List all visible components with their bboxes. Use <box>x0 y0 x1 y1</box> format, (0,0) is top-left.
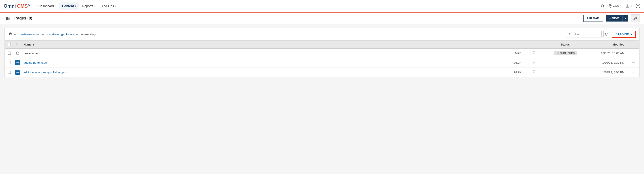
chevron-down-icon: ▾ <box>620 5 621 7</box>
status-icon-col <box>525 60 543 65</box>
row-actions[interactable]: ··· <box>628 51 639 55</box>
row-checkbox-col <box>5 71 14 74</box>
header-checkbox-col <box>5 43 14 46</box>
chevron-down-icon: ▾ <box>94 5 95 7</box>
tag-button[interactable] <box>604 31 610 38</box>
svg-text:?: ? <box>637 4 639 7</box>
status-icon-col <box>525 70 543 74</box>
new-dropdown-button[interactable]: ▾ <box>622 15 628 22</box>
new-button[interactable]: + NEW <box>606 15 622 22</box>
row-checkbox[interactable] <box>8 52 11 55</box>
svg-rect-7 <box>8 18 10 18</box>
row-checkbox-col <box>5 52 14 55</box>
select-all-checkbox[interactable] <box>8 43 11 46</box>
svg-point-0 <box>601 5 604 7</box>
status-badge-col: UNPUBLISHED <box>543 51 588 55</box>
breadcrumb-link-1[interactable]: _uw-team-testing <box>18 32 40 36</box>
nav-content[interactable]: Content ▾ <box>60 2 79 10</box>
header-name[interactable]: Name ▲ <box>22 43 507 46</box>
header-icon-col <box>14 43 22 46</box>
search-button[interactable] <box>600 4 604 8</box>
pcf-icon: PCF <box>15 60 20 65</box>
nav-reports[interactable]: Reports ▾ <box>80 2 98 10</box>
file-icon-col <box>14 51 22 55</box>
logo[interactable]: Omni CMSTM <box>4 3 30 9</box>
header-modified[interactable]: Modified <box>588 43 628 46</box>
svg-line-1 <box>604 7 604 8</box>
breadcrumb-bar: ▶ _uw-team-testing ▶ omni-training-tutor… <box>4 28 640 40</box>
filter-input-wrap <box>566 31 602 38</box>
filter-icon <box>568 32 571 36</box>
file-table: Name ▲ Status Modified _nav.ounav <box>4 40 640 77</box>
help-button[interactable]: ? <box>636 4 640 8</box>
light-bulb-icon <box>532 51 536 56</box>
breadcrumb-separator: ▶ <box>42 33 44 36</box>
nav-addons[interactable]: Add-Ons ▾ <box>99 2 118 10</box>
breadcrumb-separator: ▶ <box>76 33 78 36</box>
chevron-down-icon: ▾ <box>115 5 116 7</box>
top-navigation: Omni CMSTM Dashboard ▾ Content ▾ Reports… <box>0 0 644 12</box>
unpublished-badge: UNPUBLISHED <box>554 51 577 55</box>
light-bulb-icon <box>532 60 536 65</box>
row-checkbox[interactable] <box>8 71 11 74</box>
modified-col: 1/30/23, 10:06 AM <box>588 52 628 55</box>
staging-label: STAGING <box>616 32 630 36</box>
breadcrumb-separator: ▶ <box>14 33 16 36</box>
chevron-down-icon: ▾ <box>631 33 632 36</box>
svg-rect-6 <box>8 16 10 17</box>
nav-items: Dashboard ▾ Content ▾ Reports ▾ Add-Ons … <box>36 2 600 10</box>
row-actions[interactable]: ··· <box>628 60 639 64</box>
table-header: Name ▲ Status Modified <box>5 40 639 49</box>
row-checkbox-col <box>5 61 14 64</box>
file-icon-col: PCF <box>14 60 22 65</box>
svg-rect-5 <box>6 16 8 20</box>
status-icon-col <box>525 51 543 56</box>
modified-col: 1/30/23, 3:08 PM <box>588 71 628 74</box>
new-button-group: + NEW ▾ <box>606 15 628 22</box>
location-button[interactable]: www ▾ <box>608 4 621 8</box>
file-name-col: _nav.ounav <box>22 52 507 55</box>
pcf-modified-icon: PCF <box>15 70 20 75</box>
avatar-button[interactable]: ▾ <box>625 4 632 8</box>
wrench-button[interactable] <box>631 14 640 22</box>
pages-title: Pages (8) <box>14 16 581 21</box>
sort-asc-icon: ▲ <box>32 43 35 46</box>
sidebar-toggle[interactable] <box>4 15 12 22</box>
file-size-col: 447B <box>507 52 525 55</box>
svg-rect-8 <box>8 19 10 20</box>
file-size-col: 26.9K <box>507 61 525 64</box>
upload-button[interactable]: UPLOAD <box>584 15 603 22</box>
chevron-down-icon: ▾ <box>631 5 632 7</box>
file-name-col[interactable]: editing-saving-and-publishing.pcf <box>22 71 507 74</box>
modified-col: 1/30/23, 2:39 PM <box>588 61 628 64</box>
chevron-down-icon: ▾ <box>55 5 56 7</box>
row-checkbox[interactable] <box>8 61 11 64</box>
file-name-col[interactable]: adding-buttons.pcf <box>22 61 507 64</box>
nav-dashboard[interactable]: Dashboard ▾ <box>36 2 58 10</box>
file-size-col: 28.9K <box>507 71 525 74</box>
staging-button[interactable]: STAGING ▾ <box>612 31 636 38</box>
row-actions[interactable]: ··· <box>628 70 639 74</box>
chevron-down-icon: ▾ <box>75 5 76 7</box>
file-icon-col: PCF <box>14 70 22 75</box>
sub-toolbar: Pages (8) UPLOAD + NEW ▾ <box>0 12 644 24</box>
svg-point-2 <box>626 4 628 6</box>
light-bulb-icon <box>532 70 536 74</box>
filter-input[interactable] <box>573 32 595 36</box>
table-row: _nav.ounav 447B UNPUBLISHED 1/30/23, 10:… <box>5 49 639 58</box>
breadcrumb-current: page-editing <box>80 32 96 36</box>
breadcrumb-link-2[interactable]: omni-training-tutorials <box>46 32 74 36</box>
table-row: PCF adding-buttons.pcf 26.9K 1/30/23, 2:… <box>5 58 639 68</box>
table-row: PCF editing-saving-and-publishing.pcf 28… <box>5 68 639 77</box>
header-status[interactable]: Status <box>543 43 588 46</box>
breadcrumb-home[interactable] <box>8 32 12 37</box>
nav-right: www ▾ ▾ ? <box>600 4 640 8</box>
content-area: ▶ _uw-team-testing ▶ omni-training-tutor… <box>0 24 644 81</box>
